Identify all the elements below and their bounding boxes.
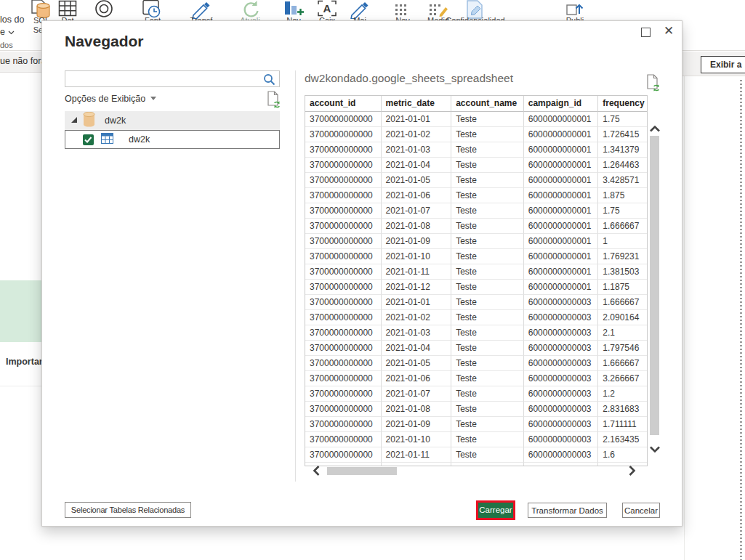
table-cell: 3700000000000	[305, 341, 382, 356]
table-row: 37000000000002021-01-04Teste600000000000…	[305, 341, 647, 356]
table-cell: 2021-01-11	[382, 447, 452, 463]
horizontal-scrollbar-thumb[interactable]	[327, 467, 397, 475]
expand-icon[interactable]	[71, 117, 77, 123]
tree-item-table[interactable]: dw2k	[65, 130, 280, 149]
message-bar-fragment: ue não fora	[0, 52, 41, 73]
scroll-left-icon[interactable]	[312, 465, 321, 479]
table-cell: Teste	[451, 386, 524, 402]
table-cell: Teste	[451, 264, 524, 280]
table-cell: 6000000000001	[524, 280, 599, 295]
table-cell: 2.831683	[598, 402, 647, 417]
table-cell: 2021-01-06	[382, 188, 452, 203]
checkbox-checked[interactable]	[83, 134, 94, 145]
table-row: 37000000000002021-01-11Teste600000000000…	[305, 447, 647, 463]
table-cell	[524, 463, 599, 466]
table-row: 37000000000002021-01-11Teste600000000000…	[305, 264, 647, 280]
table-cell: 2021-01-12	[382, 280, 452, 295]
table-cell: 2021-01-02	[382, 310, 452, 325]
close-icon[interactable]: ✕	[664, 23, 674, 38]
table-cell: Teste	[451, 310, 524, 325]
transform-data-button[interactable]: Transformar Dados	[528, 503, 607, 518]
table-cell: 2021-01-03	[382, 325, 452, 341]
table-cell: 2021-01-05	[382, 356, 452, 371]
load-button[interactable]: Carregar	[478, 503, 513, 518]
panel-splitter-dotted[interactable]	[740, 80, 742, 560]
chevron-down-icon	[150, 97, 156, 100]
scroll-right-icon[interactable]	[628, 465, 637, 479]
table-cell: 2.090164	[598, 310, 647, 325]
table-row: 37000000000002021-01-10Teste600000000000…	[305, 249, 647, 264]
table-cell: 3700000000000	[305, 371, 382, 386]
search-icon[interactable]	[263, 73, 275, 89]
table-cell: 2021-01-03	[382, 142, 452, 158]
search-input[interactable]	[67, 73, 263, 85]
scroll-down-icon[interactable]	[649, 444, 661, 457]
table-cell: 1.264463	[598, 158, 647, 173]
table-cell: Teste	[451, 112, 524, 127]
tree-item-label: dw2k	[105, 115, 126, 126]
table-cell: 1	[598, 234, 647, 249]
table-cell: 3700000000000	[305, 356, 382, 371]
table-cell: Teste	[451, 447, 524, 463]
table-cell: 1.75	[598, 112, 647, 127]
table-cell: 2021-01-01	[382, 295, 452, 310]
table-cell: 1.341379	[598, 142, 647, 158]
scroll-up-icon[interactable]	[649, 123, 661, 136]
table-cell: 1.666667	[598, 219, 647, 234]
vertical-scrollbar-thumb[interactable]	[650, 136, 659, 435]
maximize-icon[interactable]	[641, 28, 651, 37]
table-row: 37000000000002021-01-12Teste600000000000…	[305, 280, 647, 295]
table-cell: 2021-01-10	[382, 432, 452, 447]
table-cell: 3700000000000	[305, 142, 382, 158]
table-cell: 1.875	[598, 188, 647, 203]
table-cell: 1.797546	[598, 341, 647, 356]
table-cell: 1.1875	[598, 280, 647, 295]
table-cell: 3700000000000	[305, 234, 382, 249]
select-related-tables-button[interactable]: Selecionar Tabelas Relacionadas	[65, 502, 191, 518]
table-cell: 2.1	[598, 325, 647, 341]
exibir-button[interactable]: Exibir a	[701, 56, 745, 73]
table-cell: 6000000000001	[524, 234, 599, 249]
table-cell	[382, 463, 452, 466]
table-cell: 2021-01-02	[382, 127, 452, 142]
table-cell: 6000000000003	[524, 402, 599, 417]
cancel-button[interactable]: Cancelar	[622, 503, 660, 518]
table-cell: 2021-01-07	[382, 203, 452, 219]
table-cell: Teste	[451, 341, 524, 356]
table-cell: 1.711111	[598, 417, 647, 432]
table-cell: 6000000000001	[524, 158, 599, 173]
column-header: metric_date	[382, 96, 452, 112]
search-box[interactable]	[65, 70, 280, 87]
refresh-preview-icon[interactable]	[645, 74, 661, 94]
table-cell: Teste	[451, 142, 524, 158]
ribbon-group-label: dos	[0, 41, 13, 49]
tree-item-database[interactable]: dw2k	[65, 111, 280, 130]
table-cell: 3700000000000	[305, 249, 382, 264]
table-cell: 1.2	[598, 386, 647, 402]
table-cell: 3700000000000	[305, 280, 382, 295]
table-cell: 6000000000003	[524, 432, 599, 447]
dataverse-icon[interactable]	[92, 0, 116, 22]
table-icon	[101, 133, 113, 147]
table-row: 37000000000002021-01-05Teste600000000000…	[305, 356, 647, 371]
table-row: 37000000000002021-01-01Teste600000000000…	[305, 112, 647, 127]
table-cell	[451, 463, 524, 466]
display-options-dropdown[interactable]: Opções de Exibição	[65, 94, 156, 104]
table-cell: 3700000000000	[305, 173, 382, 188]
refresh-icon[interactable]	[266, 91, 281, 111]
table-cell: 6000000000003	[524, 341, 599, 356]
dialog-title: Navegador	[65, 33, 144, 50]
table-cell: Teste	[451, 234, 524, 249]
column-header: frequency	[598, 96, 647, 112]
table-cell: 6000000000003	[524, 447, 599, 463]
table-cell: 6000000000001	[524, 188, 599, 203]
table-cell: 3700000000000	[305, 219, 382, 234]
table-cell: 6000000000001	[524, 142, 599, 158]
table-cell: Teste	[451, 173, 524, 188]
table-row: 37000000000002021-01-08Teste600000000000…	[305, 402, 647, 417]
table-row: 37000000000002021-01-07Teste600000000000…	[305, 386, 647, 402]
navigator-dialog: Navegador ✕ Opções de Exibição dw2k dw2k…	[41, 20, 682, 527]
table-cell: 2021-01-04	[382, 158, 452, 173]
table-cell: Teste	[451, 356, 524, 371]
table-cell: Teste	[451, 158, 524, 173]
